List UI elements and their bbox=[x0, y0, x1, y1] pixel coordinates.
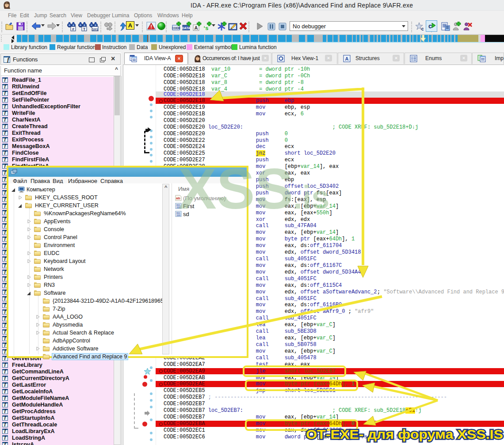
svg-text:#: # bbox=[72, 27, 74, 31]
svg-text:c: c bbox=[428, 23, 432, 30]
svg-text:‘s: ‘s bbox=[204, 25, 209, 31]
svg-text:DATA: DATA bbox=[182, 27, 190, 30]
svg-text:CODE: CODE bbox=[172, 27, 180, 30]
svg-text:T: T bbox=[83, 27, 86, 31]
svg-text:A: A bbox=[345, 56, 349, 61]
svg-text:c: c bbox=[421, 27, 424, 31]
svg-text:A: A bbox=[195, 25, 198, 30]
svg-text:101: 101 bbox=[92, 27, 98, 31]
